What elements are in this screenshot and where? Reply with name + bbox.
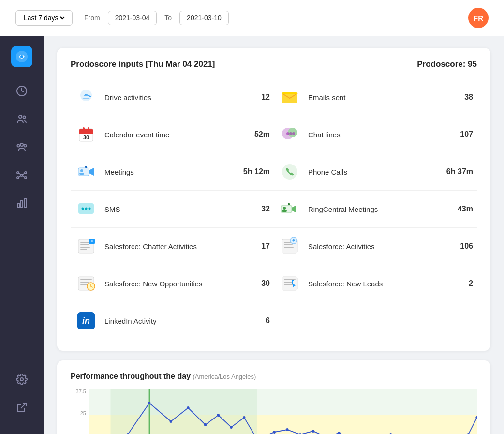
svg-rect-41 [80,249,87,250]
chart-svg-area [89,389,477,434]
svg-point-35 [85,208,88,210]
activity-value-sms: 32 [241,205,270,213]
activity-value-calendar: 52m [241,130,270,139]
activity-row-sf-leads: Salesforce: New Leads 2 [274,265,477,302]
avatar[interactable]: FR [468,8,489,28]
activity-value-emails: 38 [444,93,473,102]
logo-icon [15,50,29,63]
activity-name-phone: Phone Calls [308,168,437,176]
activity-name-sf-chatter: Salesforce: Chatter Activities [104,242,234,251]
activity-row-sms: SMS 32 [71,191,274,228]
activity-name-linkedin: LinkedIn Activity [104,317,234,325]
svg-point-55 [292,132,295,135]
activity-name-sms: SMS [104,205,234,213]
activity-value-drive: 12 [241,93,270,102]
svg-point-20 [20,378,23,381]
svg-point-11 [17,177,19,179]
gear-icon [16,374,28,385]
svg-point-91 [312,430,314,433]
svg-point-30 [80,169,83,172]
plug-icon [16,402,28,413]
from-label: From [84,14,100,22]
activity-col-right: Emails sent 38 [274,79,477,339]
activity-value-sf-activities: 106 [444,242,473,251]
sf-activities-icon [278,235,301,258]
svg-line-21 [21,403,26,408]
activity-row-sf-chatter: ≡ Salesforce: Chatter Activities 17 [71,228,274,265]
svg-point-12 [25,177,27,179]
sidebar-item-reports[interactable] [10,191,34,215]
sidebar-logo[interactable] [11,46,32,67]
svg-rect-45 [80,279,92,280]
svg-rect-27 [83,127,85,131]
svg-point-34 [82,208,84,210]
activity-row-emails: Emails sent 38 [274,79,477,116]
chart-y-axis: 37.5 25 12.5 [71,389,88,434]
activity-row-meetings: Meetings 5h 12m [71,153,274,191]
activity-value-sf-chatter: 17 [241,242,270,251]
email-icon [278,86,301,109]
to-label: To [164,14,172,22]
svg-point-1 [20,55,23,58]
svg-point-85 [230,426,232,429]
svg-rect-64 [284,247,294,248]
chat-icon [278,123,301,146]
y-label-12: 12.5 [76,433,86,434]
activity-value-phone: 6h 37m [444,167,473,176]
activity-value-sf-opps: 30 [241,279,270,288]
sidebar-item-users[interactable] [10,107,34,131]
y-label-37: 37.5 [76,389,86,394]
svg-rect-50 [282,92,297,94]
svg-point-7 [24,145,27,147]
svg-point-88 [273,431,276,434]
svg-rect-18 [21,201,23,208]
svg-rect-59 [282,210,287,212]
svg-rect-67 [284,279,296,280]
activity-name-sf-opps: Salesforce: New Opportunities [104,280,234,288]
activity-row-calendar: 30 Calendar event time 52m [71,116,274,153]
svg-rect-40 [80,247,90,248]
activity-value-chat: 107 [444,130,473,139]
activity-row-drive: Drive activities 12 [71,79,274,116]
svg-rect-60 [288,203,290,205]
date-range-selector[interactable]: Last 7 days [15,10,73,26]
svg-point-89 [286,428,288,431]
network-icon [16,169,28,181]
sidebar-item-network[interactable] [10,163,34,187]
performance-chart: 37.5 25 12.5 [71,389,477,434]
svg-line-14 [23,173,25,175]
svg-point-10 [25,172,27,174]
svg-rect-25 [79,132,93,134]
svg-point-56 [282,164,297,180]
svg-line-15 [19,176,21,177]
svg-point-83 [204,423,207,426]
sidebar-item-teams[interactable] [10,135,34,159]
activity-name-sf-leads: Salesforce: New Leads [308,280,437,288]
svg-point-36 [89,208,91,210]
svg-point-80 [148,402,150,404]
phone-icon [278,160,301,183]
header: Last 7 days From 2021-03-04 To 2021-03-1… [0,0,504,36]
activity-name-ringcentral: RingCentral Meetings [308,205,437,213]
sidebar-item-integrations[interactable] [10,395,34,419]
svg-rect-63 [284,244,293,245]
svg-text:≡: ≡ [91,239,93,244]
chart-svg [89,389,477,434]
date-range-dropdown[interactable]: Last 7 days [22,14,66,22]
sidebar-bottom [10,367,34,425]
sidebar-item-settings[interactable] [10,367,34,391]
svg-point-84 [217,414,220,417]
to-date-input[interactable]: 2021-03-10 [179,11,229,25]
svg-line-13 [19,173,21,175]
linkedin-icon: in [74,309,98,332]
inputs-card-title: Prodoscore inputs [Thu Mar 04 2021] [71,60,215,69]
activity-grid: Drive activities 12 30 [71,79,477,339]
activity-row-chat: Chat lines 107 [274,116,477,153]
from-date-input[interactable]: 2021-03-04 [108,11,157,25]
svg-point-3 [19,115,22,118]
sidebar [0,36,44,434]
svg-point-5 [20,143,23,146]
users-icon [16,113,28,125]
svg-rect-32 [85,166,87,168]
sidebar-item-dashboard[interactable] [10,79,34,103]
